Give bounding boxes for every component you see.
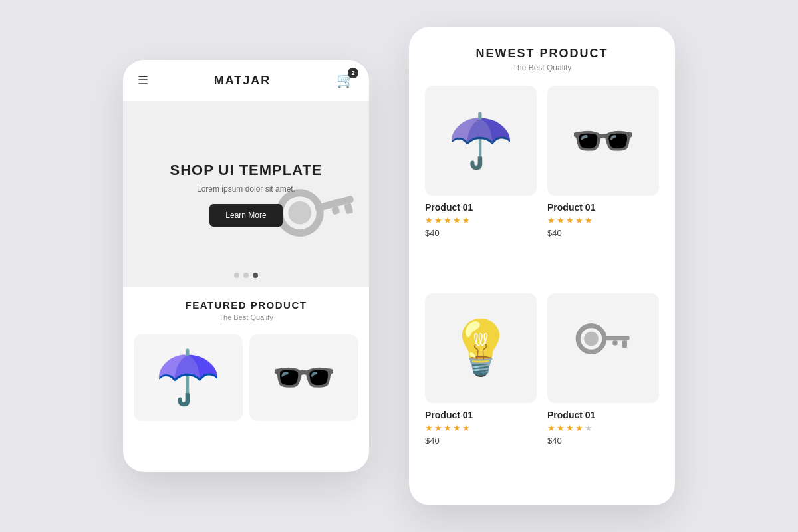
product-3-image: 💡 (448, 317, 514, 379)
star-3: ★ (444, 423, 452, 433)
featured-title: FEATURED PRODUCT (134, 299, 358, 311)
product-card-4[interactable]: Product 01 ★ ★ ★ ★ ★ $40 (547, 293, 659, 490)
panel-header: NEWEST PRODUCT The Best Quality (425, 47, 659, 72)
product-4-image-box (547, 293, 659, 403)
product-1-stars: ★ ★ ★ ★ ★ (425, 215, 537, 225)
featured-subtitle: The Best Quality (134, 313, 358, 321)
product-4-price: $40 (547, 436, 659, 446)
dot-2 (243, 273, 249, 278)
sunglasses-img: 🕶️ (271, 351, 337, 404)
star-1: ★ (425, 215, 433, 225)
star-4: ★ (575, 215, 583, 225)
cart-badge: 2 (348, 68, 358, 78)
product-4-key-svg (573, 318, 633, 378)
svg-point-6 (584, 332, 598, 346)
star-1: ★ (425, 423, 433, 433)
star-2: ★ (557, 423, 565, 433)
product-3-stars: ★ ★ ★ ★ ★ (425, 423, 537, 433)
product-2-name: Product 01 (547, 202, 659, 213)
star-5: ★ (462, 423, 470, 433)
hero-subtitle: Lorem ipsum dolor sit amet. (197, 184, 295, 194)
star-2: ★ (434, 215, 442, 225)
featured-product-1[interactable]: ☂️ (134, 334, 243, 421)
star-5-empty: ★ (585, 423, 593, 433)
panel-title: NEWEST PRODUCT (425, 47, 659, 61)
svg-point-1 (286, 199, 314, 227)
dot-1 (234, 273, 239, 278)
product-1-image-box: ☂️ (425, 86, 537, 196)
star-5: ★ (462, 215, 470, 225)
product-3-image-box: 💡 (425, 293, 537, 403)
featured-product-2[interactable]: 🕶️ (249, 334, 358, 421)
product-2-image: 🕶️ (570, 110, 636, 172)
hero-title: SHOP UI TEMPLATE (170, 162, 322, 179)
product-1-name: Product 01 (425, 202, 537, 213)
star-2: ★ (434, 423, 442, 433)
star-1: ★ (547, 423, 555, 433)
svg-rect-7 (602, 336, 629, 340)
star-4: ★ (453, 423, 461, 433)
svg-rect-3 (344, 203, 353, 214)
product-2-image-box: 🕶️ (547, 86, 659, 196)
star-3: ★ (444, 215, 452, 225)
product-card-2[interactable]: 🕶️ Product 01 ★ ★ ★ ★ ★ $40 (547, 86, 659, 283)
product-2-price: $40 (547, 228, 659, 238)
right-panel: NEWEST PRODUCT The Best Quality ☂️ Produ… (409, 27, 675, 505)
product-1-price: $40 (425, 228, 537, 238)
phone-header: ☰ MATJAR 🛒 2 (123, 60, 369, 101)
umbrella-img: ☂️ (155, 351, 221, 404)
product-3-price: $40 (425, 436, 537, 446)
product-card-3[interactable]: 💡 Product 01 ★ ★ ★ ★ ★ $40 (425, 293, 537, 490)
product-2-stars: ★ ★ ★ ★ ★ (547, 215, 659, 225)
hero-dots (234, 273, 258, 278)
svg-rect-8 (622, 340, 627, 348)
hero-banner: SHOP UI TEMPLATE Lorem ipsum dolor sit a… (123, 101, 369, 287)
product-1-image: ☂️ (448, 110, 514, 172)
featured-product-row: ☂️ 🕶️ (123, 328, 369, 421)
star-1: ★ (547, 215, 555, 225)
star-3: ★ (566, 215, 574, 225)
svg-rect-9 (612, 340, 617, 345)
star-4: ★ (453, 215, 461, 225)
star-3: ★ (566, 423, 574, 433)
product-4-stars: ★ ★ ★ ★ ★ (547, 423, 659, 433)
product-card-1[interactable]: ☂️ Product 01 ★ ★ ★ ★ ★ $40 (425, 86, 537, 283)
featured-section: FEATURED PRODUCT The Best Quality (123, 287, 369, 328)
star-2: ★ (557, 215, 565, 225)
star-5: ★ (585, 215, 593, 225)
left-phone: ☰ MATJAR 🛒 2 SHOP UI TEMPLATE Lorem ipsu… (123, 60, 369, 472)
panel-subtitle: The Best Quality (425, 63, 659, 72)
dot-3 (253, 273, 258, 278)
star-4: ★ (575, 423, 583, 433)
menu-icon[interactable]: ☰ (138, 73, 148, 88)
products-grid: ☂️ Product 01 ★ ★ ★ ★ ★ $40 🕶️ Product 0… (425, 86, 659, 489)
product-3-name: Product 01 (425, 410, 537, 420)
cart-wrapper[interactable]: 🛒 2 (336, 72, 354, 89)
learn-more-button[interactable]: Learn More (209, 204, 282, 227)
product-4-name: Product 01 (547, 410, 659, 420)
logo: MATJAR (214, 74, 271, 88)
